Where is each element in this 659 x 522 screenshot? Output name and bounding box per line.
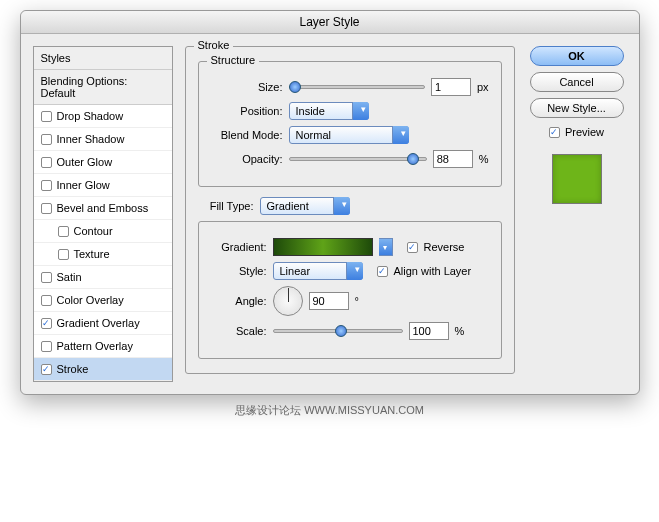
style-item-label: Stroke xyxy=(57,363,89,375)
style-checkbox[interactable] xyxy=(58,249,69,260)
reverse-checkbox[interactable]: ✓ xyxy=(407,242,418,253)
style-item-gradient-overlay[interactable]: ✓Gradient Overlay xyxy=(34,312,172,335)
angle-input[interactable] xyxy=(309,292,349,310)
style-item-label: Outer Glow xyxy=(57,156,113,168)
style-item-inner-glow[interactable]: Inner Glow xyxy=(34,174,172,197)
filltype-label: Fill Type: xyxy=(198,200,254,212)
opacity-label: Opacity: xyxy=(211,153,283,165)
style-item-label: Color Overlay xyxy=(57,294,124,306)
style-item-label: Inner Shadow xyxy=(57,133,125,145)
style-item-label: Texture xyxy=(74,248,110,260)
footer-text: 思缘设计论坛 WWW.MISSYUAN.COM xyxy=(10,395,649,426)
styles-panel: Styles Blending Options: Default Drop Sh… xyxy=(33,46,173,382)
style-checkbox[interactable] xyxy=(41,111,52,122)
style-select[interactable]: Linear xyxy=(273,262,363,280)
opacity-unit: % xyxy=(479,153,489,165)
angle-unit: ° xyxy=(355,295,359,307)
scale-unit: % xyxy=(455,325,465,337)
style-item-label: Pattern Overlay xyxy=(57,340,133,352)
style-item-label: Contour xyxy=(74,225,113,237)
structure-legend: Structure xyxy=(207,54,260,66)
size-label: Size: xyxy=(211,81,283,93)
blendmode-label: Blend Mode: xyxy=(211,129,283,141)
ok-button[interactable]: OK xyxy=(530,46,624,66)
angle-label: Angle: xyxy=(211,295,267,307)
angle-dial[interactable] xyxy=(273,286,303,316)
blendmode-select[interactable]: Normal xyxy=(289,126,409,144)
opacity-input[interactable] xyxy=(433,150,473,168)
size-slider[interactable] xyxy=(289,85,425,89)
style-item-label: Inner Glow xyxy=(57,179,110,191)
style-checkbox[interactable] xyxy=(58,226,69,237)
size-input[interactable] xyxy=(431,78,471,96)
scale-label: Scale: xyxy=(211,325,267,337)
layer-style-dialog: Layer Style Styles Blending Options: Def… xyxy=(20,10,640,395)
preview-label: Preview xyxy=(565,126,604,138)
dialog-title: Layer Style xyxy=(21,11,639,34)
new-style-button[interactable]: New Style... xyxy=(530,98,624,118)
align-checkbox[interactable]: ✓ xyxy=(377,266,388,277)
style-checkbox[interactable] xyxy=(41,157,52,168)
cancel-button[interactable]: Cancel xyxy=(530,72,624,92)
preview-checkbox[interactable]: ✓ xyxy=(549,127,560,138)
style-item-label: Bevel and Emboss xyxy=(57,202,149,214)
gradient-dropdown-icon[interactable]: ▾ xyxy=(379,238,393,256)
gradient-swatch[interactable] xyxy=(273,238,373,256)
fill-fieldset: Gradient: ▾ ✓ Reverse Style: Linear ✓ Al… xyxy=(198,221,502,359)
style-item-satin[interactable]: Satin xyxy=(34,266,172,289)
opacity-slider[interactable] xyxy=(289,157,427,161)
style-checkbox[interactable] xyxy=(41,295,52,306)
stroke-legend: Stroke xyxy=(194,39,234,51)
style-checkbox[interactable] xyxy=(41,134,52,145)
stroke-fieldset: Stroke Structure Size: px Position: Insi… xyxy=(185,46,515,374)
style-item-label: Satin xyxy=(57,271,82,283)
style-checkbox[interactable] xyxy=(41,272,52,283)
style-item-label: Gradient Overlay xyxy=(57,317,140,329)
reverse-label: Reverse xyxy=(424,241,465,253)
style-item-contour[interactable]: Contour xyxy=(34,220,172,243)
position-label: Position: xyxy=(211,105,283,117)
gradient-label: Gradient: xyxy=(211,241,267,253)
style-label: Style: xyxy=(211,265,267,277)
position-select[interactable]: Inside xyxy=(289,102,369,120)
structure-fieldset: Structure Size: px Position: Inside Blen… xyxy=(198,61,502,187)
style-item-inner-shadow[interactable]: Inner Shadow xyxy=(34,128,172,151)
blending-options-header[interactable]: Blending Options: Default xyxy=(34,70,172,105)
main-settings: Stroke Structure Size: px Position: Insi… xyxy=(185,46,515,382)
right-panel: OK Cancel New Style... ✓ Preview xyxy=(527,46,627,382)
style-item-outer-glow[interactable]: Outer Glow xyxy=(34,151,172,174)
style-item-texture[interactable]: Texture xyxy=(34,243,172,266)
style-checkbox[interactable] xyxy=(41,341,52,352)
style-checkbox[interactable]: ✓ xyxy=(41,364,52,375)
align-label: Align with Layer xyxy=(394,265,472,277)
style-item-bevel-and-emboss[interactable]: Bevel and Emboss xyxy=(34,197,172,220)
style-item-drop-shadow[interactable]: Drop Shadow xyxy=(34,105,172,128)
style-checkbox[interactable] xyxy=(41,203,52,214)
size-unit: px xyxy=(477,81,489,93)
filltype-select[interactable]: Gradient xyxy=(260,197,350,215)
style-checkbox[interactable]: ✓ xyxy=(41,318,52,329)
style-checkbox[interactable] xyxy=(41,180,52,191)
style-item-label: Drop Shadow xyxy=(57,110,124,122)
style-item-pattern-overlay[interactable]: Pattern Overlay xyxy=(34,335,172,358)
styles-header[interactable]: Styles xyxy=(34,47,172,70)
scale-input[interactable] xyxy=(409,322,449,340)
style-item-stroke[interactable]: ✓Stroke xyxy=(34,358,172,381)
style-item-color-overlay[interactable]: Color Overlay xyxy=(34,289,172,312)
preview-swatch xyxy=(552,154,602,204)
scale-slider[interactable] xyxy=(273,329,403,333)
